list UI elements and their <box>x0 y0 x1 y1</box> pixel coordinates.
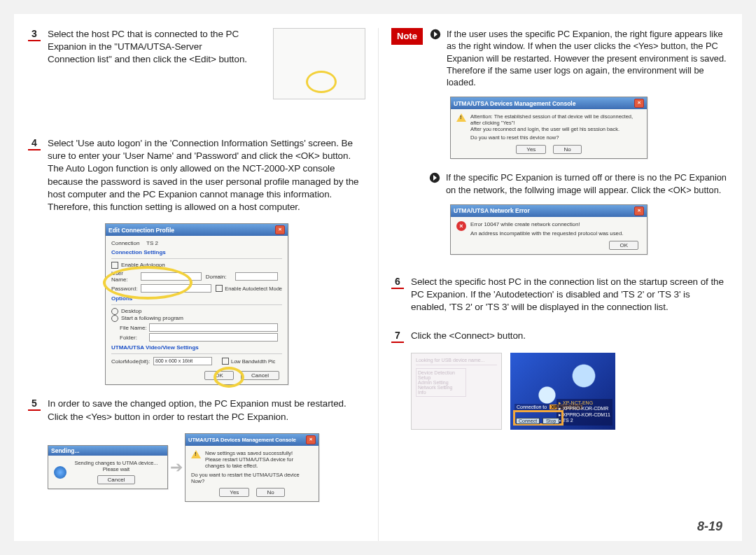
window-title: UTMA/UTSA Devices Management Console <box>188 437 296 443</box>
screenshot-edit-profile: Edit Connection Profile × ConnectionTS 2… <box>105 223 288 385</box>
page-number: 8-19 <box>697 519 722 534</box>
step-4: 4 Select 'Use auto logon' in the 'Connec… <box>28 137 365 213</box>
user-name-input[interactable] <box>141 272 202 281</box>
close-icon[interactable]: × <box>275 225 285 234</box>
screenshot-connection-list <box>273 28 365 99</box>
step-7: 7 Click the <Connect> button. <box>391 330 728 343</box>
window-title: Sending... <box>51 447 80 454</box>
window-title: Edit Connection Profile <box>108 227 174 234</box>
note-2: If the specific PC Expanion is turned of… <box>429 171 728 196</box>
cancel-button[interactable]: Cancel <box>241 371 279 380</box>
step-number: 7 <box>391 330 404 343</box>
yes-button[interactable]: Yes <box>219 488 249 497</box>
step-text: Click the <Connect> button. <box>411 330 526 343</box>
step-number: 5 <box>28 398 41 411</box>
step-text: In order to save the changed option, the… <box>48 398 365 423</box>
step-5: 5 In order to save the changed option, t… <box>28 398 365 423</box>
screenshot-network-error: UTMA/UTSA Network Error× × Error 10047 w… <box>450 204 648 255</box>
connect-button[interactable]: Connect <box>516 418 540 424</box>
step-6: 6 Select the specific host PC in the con… <box>391 276 728 314</box>
arrow-right-icon: ➔ <box>168 458 185 477</box>
password-input[interactable] <box>141 284 211 293</box>
cancel-button[interactable]: Cancel <box>97 475 136 484</box>
step-text: Select 'Use auto logon' in the 'Connecti… <box>48 137 365 213</box>
screenshot-startup-faded: Looking for USB device name... Device De… <box>411 353 502 430</box>
note-badge: Note <box>391 28 423 45</box>
error-icon: × <box>456 221 466 231</box>
step-number: 6 <box>391 276 404 289</box>
screenshot-reset-dialog: UTMA/UTSA Devices Management Console× At… <box>450 97 648 159</box>
arrow-circle-icon <box>430 29 441 40</box>
window-title: UTMA/UTSA Network Error <box>454 207 530 214</box>
right-column: Note If the user uses the specific PC Ex… <box>378 28 728 541</box>
ok-button[interactable]: OK <box>204 371 234 380</box>
ok-button[interactable]: OK <box>609 241 638 250</box>
warning-icon <box>456 113 466 122</box>
manual-page: 3 Select the host PC that is connected t… <box>14 14 742 541</box>
warning-icon <box>191 450 201 458</box>
left-column: 3 Select the host PC that is connected t… <box>28 28 378 541</box>
step-text: Select the host PC that is connected to … <box>48 28 251 66</box>
screenshot-startup-device: Connection to XP-NCT-ENG ▸ XP-NCT-ENG ▸ … <box>510 353 615 430</box>
note-1: Note If the user uses the specific PC Ex… <box>391 28 728 88</box>
window-title: UTMA/UTSA Devices Management Console <box>454 100 575 107</box>
stop-button[interactable]: Stop <box>542 418 559 424</box>
yes-button[interactable]: Yes <box>516 145 546 154</box>
step-3: 3 Select the host PC that is connected t… <box>28 28 365 99</box>
close-icon[interactable]: × <box>306 435 316 444</box>
screenshot-restart-flow: Sending... Sending changes to UTMA devic… <box>48 433 365 502</box>
close-icon[interactable]: × <box>634 99 644 108</box>
no-button[interactable]: No <box>553 145 581 154</box>
no-button[interactable]: No <box>256 488 284 497</box>
step-number: 4 <box>28 137 41 150</box>
screenshot-startup-row: Looking for USB device name... Device De… <box>411 353 728 430</box>
arrow-circle-icon <box>429 172 440 183</box>
step-number: 3 <box>28 28 41 41</box>
step-text: Select the specific host PC in the conne… <box>411 276 728 314</box>
globe-icon <box>54 466 66 479</box>
close-icon[interactable]: × <box>634 206 644 216</box>
